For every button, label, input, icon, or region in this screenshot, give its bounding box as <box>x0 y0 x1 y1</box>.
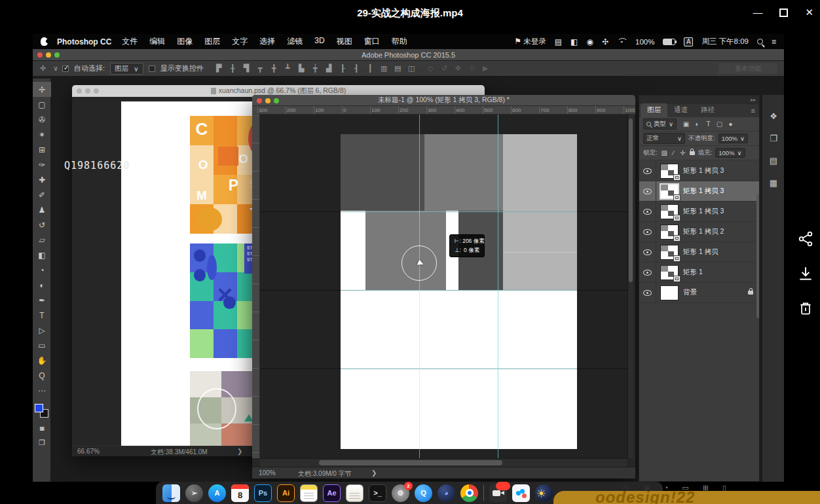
align-icon[interactable]: ▥ <box>379 64 389 73</box>
layer-row[interactable]: 矩形 1 拷贝 <box>639 242 759 262</box>
filter-icon[interactable]: ● <box>726 120 736 128</box>
download-icon[interactable] <box>797 265 814 282</box>
share-icon[interactable] <box>797 230 814 247</box>
blend-mode-dropdown[interactable]: 正常∨ <box>643 133 685 144</box>
maximize-icon[interactable] <box>779 9 788 17</box>
crop-tool[interactable]: ⊞ <box>33 142 51 157</box>
notification-center-icon[interactable]: ≡ <box>772 37 776 46</box>
layer-thumbnail[interactable] <box>661 266 678 279</box>
layer-row[interactable]: 矩形 1 拷贝 3 <box>639 181 759 202</box>
menu-3D[interactable]: 3D <box>314 36 324 47</box>
layer-thumbnail[interactable] <box>661 225 678 239</box>
photoshop-titlebar[interactable]: Adobe Photoshop CC 2015.5 <box>33 49 784 61</box>
collapsed-panel-icon[interactable]: ▤ <box>762 151 785 170</box>
more-tools[interactable]: ⋯ <box>33 383 51 398</box>
menubar-app-name[interactable]: Photoshop CC <box>57 37 111 46</box>
layer-name[interactable]: 矩形 1 拷贝 3 <box>683 207 724 216</box>
document-window-untitled[interactable]: 未标题-1 @ 100% (矩形 1 拷贝 3, RGB/8) * 300200… <box>252 95 635 478</box>
layer-thumbnail[interactable] <box>661 185 678 198</box>
drive-icon[interactable]: ▤ <box>555 37 562 46</box>
backdoc-minimize-button[interactable] <box>85 88 90 94</box>
dodge-tool[interactable]: ◐ <box>33 278 51 293</box>
menu-编辑[interactable]: 编辑 <box>149 36 165 47</box>
marquee-tool[interactable]: ▢ <box>33 97 51 112</box>
filter-icon[interactable]: T <box>703 120 713 128</box>
frontdoc-minimize-button[interactable] <box>265 98 270 103</box>
align-icon[interactable]: ╋ <box>269 64 279 73</box>
lasso-tool[interactable]: ✇ <box>33 112 51 127</box>
menu-文字[interactable]: 文字 <box>232 36 248 47</box>
layer-name[interactable]: 矩形 1 拷贝 3 <box>683 187 724 196</box>
frontdoc-status-chevron-icon[interactable]: ❯ <box>371 469 377 477</box>
dock-illustrator[interactable]: Ai <box>277 484 295 502</box>
dock-textedit[interactable] <box>346 484 363 502</box>
align-icon[interactable]: ▟ <box>324 64 334 73</box>
eraser-tool[interactable]: ▱ <box>33 232 51 247</box>
lock-icon[interactable]: ∕ <box>670 149 677 156</box>
layer-name[interactable]: 背景 <box>683 288 697 297</box>
backdoc-zoom-button[interactable] <box>94 88 99 94</box>
filter-type-dropdown[interactable]: 类型∨ <box>643 118 677 130</box>
dock-launchpad[interactable]: ➢ <box>185 484 203 502</box>
collapsed-panel-icon[interactable]: ▦ <box>762 173 785 192</box>
healing-brush-tool[interactable]: ✚ <box>33 172 51 187</box>
tab-通道[interactable]: 通道 <box>667 103 694 117</box>
guide-vertical-2[interactable] <box>498 115 498 458</box>
wifi-icon[interactable] <box>617 38 627 45</box>
align-icon[interactable]: ▤ <box>393 64 403 73</box>
lock-icon[interactable]: ✛ <box>679 149 686 156</box>
layers-scrollbar-thumb[interactable] <box>756 194 759 318</box>
layer-row[interactable]: 矩形 1 拷贝 3 <box>639 161 759 181</box>
menu-滤镜[interactable]: 滤镜 <box>287 36 303 47</box>
frontdoc-zoom-button[interactable] <box>274 98 279 103</box>
align-icon[interactable]: ┨ <box>352 64 362 73</box>
dock-system-preferences[interactable]: ⚙2 <box>392 484 409 502</box>
rect-layer-mid-top[interactable] <box>424 134 503 211</box>
dock-baidu-netdisk[interactable] <box>512 484 530 502</box>
battery-icon[interactable] <box>663 39 675 45</box>
layer-row[interactable]: 矩形 1 拷贝 2 <box>639 222 759 242</box>
minimize-window-button[interactable] <box>46 52 51 58</box>
align-icon[interactable]: ╈ <box>310 64 320 73</box>
tool-preset-chevron-icon[interactable]: ∨ <box>53 64 57 73</box>
option-icon[interactable]: ⊹ <box>467 64 477 73</box>
align-icon[interactable]: ▙ <box>297 64 307 73</box>
path-select-tool[interactable]: ▷ <box>33 323 51 338</box>
layer-name[interactable]: 矩形 1 拷贝 3 <box>683 166 724 175</box>
dock-qq-browser[interactable]: Q <box>415 484 432 502</box>
auto-select-checkbox[interactable] <box>62 65 69 72</box>
menu-选择[interactable]: 选择 <box>259 36 275 47</box>
align-icon[interactable]: ◫ <box>407 64 417 73</box>
pen-tool[interactable]: ✒ <box>33 293 51 308</box>
menu-帮助[interactable]: 帮助 <box>392 36 407 47</box>
option-icon[interactable]: ◇ <box>426 64 436 73</box>
dock-finder[interactable] <box>162 484 180 502</box>
filter-icon[interactable]: ▢ <box>715 120 724 128</box>
hand-tool[interactable]: ✋ <box>33 353 51 368</box>
layer-thumbnail[interactable] <box>661 286 678 300</box>
show-transform-checkbox[interactable] <box>149 65 155 72</box>
blur-tool[interactable]: ◔ <box>33 262 51 278</box>
backdoc-close-button[interactable] <box>77 88 82 94</box>
tab-图层[interactable]: 图层 <box>641 103 667 117</box>
quick-select-tool[interactable]: ✶ <box>33 127 51 142</box>
gradient-tool[interactable]: ◧ <box>33 247 51 262</box>
align-icon[interactable]: ▛ <box>214 64 224 73</box>
frontdoc-canvas-area[interactable]: ⊢: 206 像素 ⊥: 0 像素 <box>260 115 629 458</box>
lock-all-icon[interactable] <box>690 151 695 155</box>
guide-vertical-1[interactable] <box>419 115 420 458</box>
history-brush-tool[interactable]: ↺ <box>33 217 51 232</box>
align-icon[interactable]: ┳ <box>255 64 265 73</box>
clone-stamp-tool[interactable]: ♟ <box>33 202 51 217</box>
eyedropper-tool[interactable]: ✑ <box>33 157 51 172</box>
dock-chrome[interactable] <box>460 484 478 502</box>
layer-visibility-toggle[interactable] <box>639 283 656 302</box>
login-status[interactable]: ⚑ 未登录 <box>514 37 546 46</box>
layer-row[interactable]: 矩形 1 <box>639 262 759 283</box>
panel-menu-icon[interactable]: ≡ <box>751 107 755 115</box>
collapsed-panel-icon[interactable]: ❐ <box>762 129 785 147</box>
layer-thumbnail[interactable] <box>661 164 678 178</box>
dock-calendar[interactable]: 8 <box>231 484 249 502</box>
align-icon[interactable]: ▜ <box>242 64 252 73</box>
screen-mode-icon[interactable]: ❐ <box>33 439 51 447</box>
